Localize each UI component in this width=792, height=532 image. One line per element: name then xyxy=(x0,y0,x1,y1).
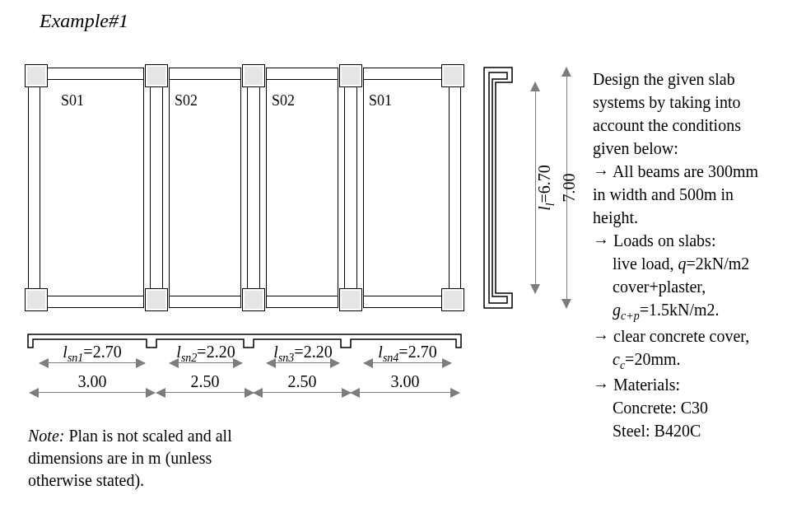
slab-label-4: S01 xyxy=(369,92,392,110)
dim-transverse-overall: 7.00 xyxy=(560,68,575,308)
slab-label-1: S01 xyxy=(61,92,84,110)
column-icon xyxy=(242,288,265,311)
side-section-bracket xyxy=(478,66,519,310)
column-icon xyxy=(145,64,168,87)
beam-line-4-in xyxy=(344,68,357,308)
column-icon xyxy=(242,64,265,87)
footnote: Note: Plan is not scaled and all dimensi… xyxy=(28,425,291,492)
column-icon xyxy=(145,288,168,311)
column-icon xyxy=(441,288,464,311)
dim-transverse-clear: ll=6.70 xyxy=(529,82,543,293)
column-icon xyxy=(441,64,464,87)
column-icon xyxy=(339,288,362,311)
beam-line-3-in xyxy=(247,68,260,308)
column-icon xyxy=(25,64,48,87)
dim-row-lsn: lsn1=2.70 lsn2=2.20 lsn3=2.20 lsn4=2.70 xyxy=(25,344,464,369)
beam-line-2-in xyxy=(150,68,163,308)
design-conditions: Design the given slab systems by taking … xyxy=(593,68,790,442)
slab-label-3: S02 xyxy=(272,92,295,110)
dim-row-spans: 3.00 2.50 2.50 3.00 xyxy=(25,374,464,399)
example-title: Example#1 xyxy=(40,10,128,32)
column-icon xyxy=(25,288,48,311)
column-icon xyxy=(339,64,362,87)
slab-plan: S01 S02 S02 S01 xyxy=(25,64,464,311)
slab-label-2: S02 xyxy=(175,92,198,110)
